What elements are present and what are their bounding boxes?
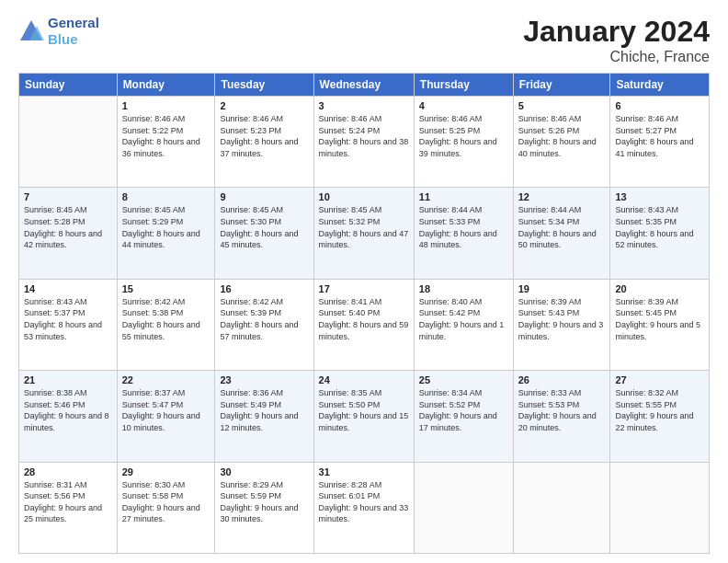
day-info: Sunrise: 8:36 AMSunset: 5:49 PMDaylight:…	[220, 387, 308, 433]
calendar-cell: 16Sunrise: 8:42 AMSunset: 5:39 PMDayligh…	[215, 279, 313, 370]
day-number: 15	[122, 283, 210, 294]
calendar-cell: 29Sunrise: 8:30 AMSunset: 5:58 PMDayligh…	[117, 462, 215, 553]
day-info: Sunrise: 8:46 AMSunset: 5:24 PMDaylight:…	[319, 113, 409, 159]
calendar-cell: 9Sunrise: 8:45 AMSunset: 5:30 PMDaylight…	[215, 188, 313, 279]
day-info: Sunrise: 8:46 AMSunset: 5:25 PMDaylight:…	[419, 113, 508, 159]
day-info: Sunrise: 8:40 AMSunset: 5:42 PMDaylight:…	[419, 296, 508, 342]
day-info: Sunrise: 8:41 AMSunset: 5:40 PMDaylight:…	[319, 296, 409, 342]
day-number: 10	[319, 191, 409, 202]
calendar-cell: 5Sunrise: 8:46 AMSunset: 5:26 PMDaylight…	[513, 97, 610, 188]
day-info: Sunrise: 8:28 AMSunset: 6:01 PMDaylight:…	[319, 479, 409, 525]
main-title: January 2024	[523, 15, 710, 49]
logo-text: General Blue	[48, 15, 99, 48]
day-number: 17	[319, 283, 409, 294]
day-info: Sunrise: 8:45 AMSunset: 5:28 PMDaylight:…	[24, 204, 112, 250]
day-info: Sunrise: 8:43 AMSunset: 5:37 PMDaylight:…	[24, 296, 112, 342]
day-info: Sunrise: 8:44 AMSunset: 5:34 PMDaylight:…	[518, 204, 606, 250]
day-number: 7	[24, 191, 112, 202]
calendar-cell: 7Sunrise: 8:45 AMSunset: 5:28 PMDaylight…	[19, 188, 118, 279]
calendar-cell: 30Sunrise: 8:29 AMSunset: 5:59 PMDayligh…	[215, 462, 313, 553]
day-number: 26	[518, 374, 606, 385]
col-header-wednesday: Wednesday	[313, 74, 414, 97]
calendar-cell: 8Sunrise: 8:45 AMSunset: 5:29 PMDaylight…	[117, 188, 215, 279]
day-number: 5	[518, 100, 606, 111]
day-info: Sunrise: 8:45 AMSunset: 5:29 PMDaylight:…	[122, 204, 210, 250]
calendar-cell: 14Sunrise: 8:43 AMSunset: 5:37 PMDayligh…	[19, 279, 118, 370]
day-info: Sunrise: 8:31 AMSunset: 5:56 PMDaylight:…	[24, 479, 112, 525]
day-info: Sunrise: 8:46 AMSunset: 5:27 PMDaylight:…	[615, 113, 704, 159]
day-number: 9	[220, 191, 308, 202]
day-info: Sunrise: 8:39 AMSunset: 5:43 PMDaylight:…	[518, 296, 606, 342]
logo-area: General Blue	[18, 15, 99, 48]
week-row-2: 7Sunrise: 8:45 AMSunset: 5:28 PMDaylight…	[19, 188, 710, 279]
calendar-cell: 25Sunrise: 8:34 AMSunset: 5:52 PMDayligh…	[414, 371, 513, 462]
day-number: 21	[24, 374, 112, 385]
day-number: 22	[122, 374, 210, 385]
day-info: Sunrise: 8:32 AMSunset: 5:55 PMDaylight:…	[615, 387, 704, 433]
subtitle: Chiche, France	[523, 49, 710, 65]
week-row-5: 28Sunrise: 8:31 AMSunset: 5:56 PMDayligh…	[19, 462, 710, 553]
week-row-4: 21Sunrise: 8:38 AMSunset: 5:46 PMDayligh…	[19, 371, 710, 462]
day-number: 28	[24, 466, 112, 477]
calendar-cell: 28Sunrise: 8:31 AMSunset: 5:56 PMDayligh…	[19, 462, 118, 553]
day-number: 11	[419, 191, 508, 202]
day-number: 18	[419, 283, 508, 294]
day-number: 29	[122, 466, 210, 477]
day-number: 19	[518, 283, 606, 294]
calendar-cell: 3Sunrise: 8:46 AMSunset: 5:24 PMDaylight…	[313, 97, 414, 188]
day-info: Sunrise: 8:46 AMSunset: 5:26 PMDaylight:…	[518, 113, 606, 159]
calendar-cell: 21Sunrise: 8:38 AMSunset: 5:46 PMDayligh…	[19, 371, 118, 462]
day-info: Sunrise: 8:42 AMSunset: 5:39 PMDaylight:…	[220, 296, 308, 342]
calendar-cell	[414, 462, 513, 553]
page: General Blue January 2024 Chiche, France…	[0, 0, 728, 563]
day-number: 31	[319, 466, 409, 477]
day-info: Sunrise: 8:39 AMSunset: 5:45 PMDaylight:…	[615, 296, 704, 342]
day-number: 4	[419, 100, 508, 111]
col-header-sunday: Sunday	[19, 74, 118, 97]
day-info: Sunrise: 8:33 AMSunset: 5:53 PMDaylight:…	[518, 387, 606, 433]
day-number: 14	[24, 283, 112, 294]
day-info: Sunrise: 8:46 AMSunset: 5:22 PMDaylight:…	[122, 113, 210, 159]
calendar-cell: 1Sunrise: 8:46 AMSunset: 5:22 PMDaylight…	[117, 97, 215, 188]
calendar-cell: 18Sunrise: 8:40 AMSunset: 5:42 PMDayligh…	[414, 279, 513, 370]
col-header-thursday: Thursday	[414, 74, 513, 97]
calendar-cell: 20Sunrise: 8:39 AMSunset: 5:45 PMDayligh…	[610, 279, 710, 370]
day-info: Sunrise: 8:34 AMSunset: 5:52 PMDaylight:…	[419, 387, 508, 433]
header: General Blue January 2024 Chiche, France	[18, 15, 710, 65]
day-number: 30	[220, 466, 308, 477]
calendar-cell: 22Sunrise: 8:37 AMSunset: 5:47 PMDayligh…	[117, 371, 215, 462]
calendar-cell: 4Sunrise: 8:46 AMSunset: 5:25 PMDaylight…	[414, 97, 513, 188]
calendar-cell: 17Sunrise: 8:41 AMSunset: 5:40 PMDayligh…	[313, 279, 414, 370]
col-header-friday: Friday	[513, 74, 610, 97]
day-number: 20	[615, 283, 704, 294]
week-row-1: 1Sunrise: 8:46 AMSunset: 5:22 PMDaylight…	[19, 97, 710, 188]
calendar-cell: 24Sunrise: 8:35 AMSunset: 5:50 PMDayligh…	[313, 371, 414, 462]
logo-icon	[18, 18, 44, 44]
day-number: 6	[615, 100, 704, 111]
calendar-cell: 12Sunrise: 8:44 AMSunset: 5:34 PMDayligh…	[513, 188, 610, 279]
day-info: Sunrise: 8:38 AMSunset: 5:46 PMDaylight:…	[24, 387, 112, 433]
day-info: Sunrise: 8:42 AMSunset: 5:38 PMDaylight:…	[122, 296, 210, 342]
day-info: Sunrise: 8:46 AMSunset: 5:23 PMDaylight:…	[220, 113, 308, 159]
day-number: 27	[615, 374, 704, 385]
day-number: 25	[419, 374, 508, 385]
calendar-cell: 13Sunrise: 8:43 AMSunset: 5:35 PMDayligh…	[610, 188, 710, 279]
day-info: Sunrise: 8:45 AMSunset: 5:30 PMDaylight:…	[220, 204, 308, 250]
day-info: Sunrise: 8:35 AMSunset: 5:50 PMDaylight:…	[319, 387, 409, 433]
day-info: Sunrise: 8:44 AMSunset: 5:33 PMDaylight:…	[419, 204, 508, 250]
day-number: 23	[220, 374, 308, 385]
day-number: 8	[122, 191, 210, 202]
calendar-cell: 19Sunrise: 8:39 AMSunset: 5:43 PMDayligh…	[513, 279, 610, 370]
col-header-saturday: Saturday	[610, 74, 710, 97]
col-header-monday: Monday	[117, 74, 215, 97]
calendar-cell: 27Sunrise: 8:32 AMSunset: 5:55 PMDayligh…	[610, 371, 710, 462]
day-info: Sunrise: 8:37 AMSunset: 5:47 PMDaylight:…	[122, 387, 210, 433]
calendar-cell	[610, 462, 710, 553]
calendar-cell: 11Sunrise: 8:44 AMSunset: 5:33 PMDayligh…	[414, 188, 513, 279]
calendar-cell: 10Sunrise: 8:45 AMSunset: 5:32 PMDayligh…	[313, 188, 414, 279]
calendar-cell: 15Sunrise: 8:42 AMSunset: 5:38 PMDayligh…	[117, 279, 215, 370]
day-number: 12	[518, 191, 606, 202]
calendar-cell: 6Sunrise: 8:46 AMSunset: 5:27 PMDaylight…	[610, 97, 710, 188]
calendar-table: SundayMondayTuesdayWednesdayThursdayFrid…	[18, 73, 710, 554]
day-number: 16	[220, 283, 308, 294]
